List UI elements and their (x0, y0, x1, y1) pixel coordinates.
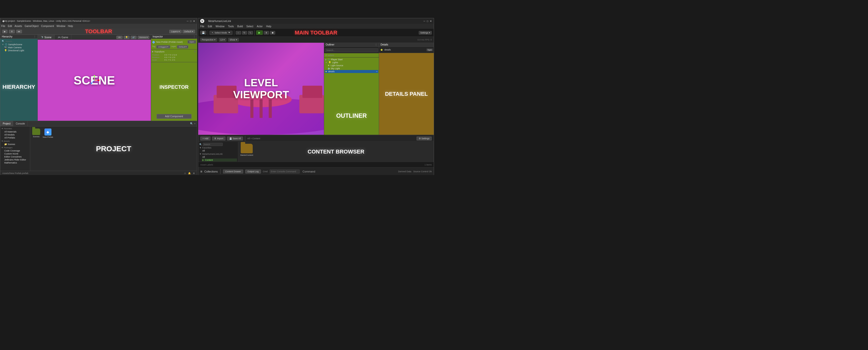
pkg-custom-nunit[interactable]: Custom NUnit (4, 152, 29, 155)
hierarchy-camera-item[interactable]: 📷 Main Camera (4, 46, 36, 49)
scenes-folder[interactable]: Scenes (32, 128, 40, 138)
cmd-input[interactable] (270, 170, 300, 174)
minimize-btn[interactable]: ─ (187, 20, 189, 23)
all-materials-item[interactable]: All Materials (4, 130, 29, 133)
pkg-rider[interactable]: JetBrains Rider Editor (4, 158, 29, 161)
select-mode-btn[interactable]: ↖ Select Mode (210, 31, 232, 35)
outliner-tab[interactable]: Outliner (326, 43, 334, 46)
perspective-btn[interactable]: Perspective ▾ (200, 38, 217, 41)
scene-light-btn[interactable]: 💡 (124, 36, 130, 39)
cb-search-input[interactable] (203, 143, 223, 146)
close-btn[interactable]: ✕ (193, 20, 195, 23)
select-mode-icon: ↖ (212, 31, 214, 34)
all-models-item[interactable]: All Models (4, 133, 29, 136)
all-prefabs-item[interactable]: All Prefabs (4, 136, 29, 139)
project-toolbar-search[interactable]: 🔍 (190, 122, 193, 125)
level-viewport[interactable]: LEVEL VIEWPORT (198, 43, 324, 135)
scene-audio-btn[interactable]: 🔊 (131, 36, 136, 39)
cb-settings-btn[interactable]: ⚙ Settings (416, 137, 432, 141)
menu-window[interactable]: Window (56, 25, 65, 28)
menu-edit[interactable]: Edit (8, 25, 12, 28)
scene-tab[interactable]: 🔭 Scene (38, 35, 55, 40)
open-btn[interactable]: Open (188, 40, 196, 43)
cb-save-all-btn[interactable]: 💾 Save All (227, 137, 243, 141)
outliner-item-staticmesh[interactable]: ▶ ⬡ Player Start (324, 58, 378, 61)
save-btn[interactable]: 💾 (200, 31, 206, 34)
pkg-math[interactable]: Mathematics (4, 161, 29, 164)
starter-content-folder[interactable]: StarterContent (240, 144, 253, 156)
content-drawer-btn[interactable]: Content Drawer (223, 170, 243, 174)
layers-button[interactable]: Layers ▾ (169, 30, 182, 33)
outliner-item-lights[interactable]: ▼ 💡 Lights (324, 61, 378, 64)
ue-minimize-btn[interactable]: ─ (424, 20, 425, 23)
ue-maximize-btn[interactable]: □ (427, 20, 428, 23)
outliner-search-input[interactable] (325, 48, 378, 52)
lit-btn[interactable]: Lit ▾ (219, 38, 226, 41)
stop-btn[interactable]: ⏹ (270, 31, 275, 34)
layer-btn[interactable]: Default ▾ (177, 45, 189, 49)
hierarchy-scene-item[interactable]: ▼ ⬡ SampleScene (1, 43, 36, 46)
pkg-code-coverage[interactable]: Code Coverage (4, 149, 29, 152)
hierarchy-light-item[interactable]: 💡 Directional Light (4, 49, 36, 52)
ue-menu-select[interactable]: Select (246, 25, 253, 28)
outliner-item-details[interactable]: ★ details ✏ (324, 70, 378, 73)
collections-bar: ≡ Collections Content Drawer Output Log … (198, 167, 434, 175)
cb-meta-all[interactable]: All (202, 155, 237, 158)
step-button[interactable]: ⏭ (16, 30, 22, 33)
layout-button[interactable]: Default ▾ (183, 30, 195, 33)
ue-menu-file[interactable]: File (200, 25, 204, 28)
translate-btn[interactable]: ↔ (236, 31, 241, 34)
cb-add-btn[interactable]: + Add (200, 137, 211, 141)
game-tab[interactable]: 🎮 Game (55, 35, 71, 40)
scene-gizmos-btn[interactable]: Gizmos ▾ (137, 36, 149, 39)
cb-favorites-all[interactable]: All (202, 149, 237, 152)
new-prefab-icon[interactable]: ◆ New Prefab (43, 128, 53, 138)
scenes-item[interactable]: 📁 Scenes (4, 143, 29, 146)
pause-button[interactable]: ⏸ (9, 30, 15, 33)
menu-assets[interactable]: Assets (14, 25, 22, 28)
cb-import-btn[interactable]: ⬆ Import (212, 137, 225, 141)
scale-btn[interactable]: ⤡ (248, 31, 253, 34)
outliner-item-lightsource[interactable]: ☀ Light Source (327, 64, 378, 67)
ue-menu-help[interactable]: Help (266, 25, 272, 28)
hierarchy-tab[interactable]: Hierarchy (2, 35, 12, 38)
show-btn[interactable]: Show ▾ (228, 38, 239, 41)
project-tab[interactable]: Project (0, 121, 13, 126)
inspector-tab[interactable]: Inspector (153, 35, 163, 38)
menu-gameobject[interactable]: GameObject (25, 25, 38, 28)
scene-2d-btn[interactable]: 2D (116, 36, 122, 39)
pkg-editor-coroutines[interactable]: Editor Coroutines (4, 155, 29, 158)
console-tab[interactable]: Console (13, 121, 28, 126)
hierarchy-menu-btn[interactable]: ⋮ (33, 35, 36, 38)
ue-menu-actor[interactable]: Actor (257, 25, 262, 28)
cb-meta-content[interactable]: ▶ Content (202, 158, 237, 162)
inspector-menu-btn[interactable]: ⋮ (193, 35, 195, 38)
ue-menu-window[interactable]: Window (216, 25, 224, 28)
menu-file[interactable]: File (1, 25, 5, 28)
add-component-btn[interactable]: Add Component (157, 114, 192, 119)
ue-menu-edit[interactable]: Edit (208, 25, 212, 28)
menu-component[interactable]: Component (41, 25, 54, 28)
tag-btn[interactable]: Untagged ▾ (156, 45, 170, 49)
project-toolbar-plus[interactable]: + (194, 122, 195, 125)
viewport-stats: 0.0 ms FPS: 0 (417, 38, 432, 41)
pause-btn[interactable]: ⏸ (264, 31, 269, 34)
rotate-btn[interactable]: ↻ (242, 31, 247, 34)
outliner-menu-btn[interactable]: ⋮ (375, 43, 377, 46)
ue-menu-tools[interactable]: Tools (228, 25, 234, 28)
unity-title: My project - SampleScene - Windows, Mac,… (4, 20, 90, 22)
cb-item-count: 1 items (425, 164, 432, 166)
svg-rect-9 (259, 99, 262, 118)
ue-close-btn[interactable]: ✕ (430, 20, 432, 23)
maximize-btn[interactable]: □ (190, 20, 191, 23)
scene-viewport[interactable]: SCENE (38, 40, 151, 121)
ue-settings-btn[interactable]: Settings ▾ (419, 31, 432, 34)
outliner-item-skylight[interactable]: ◑ Sky Light (327, 67, 378, 70)
play-btn[interactable]: ▶ (256, 30, 263, 35)
output-log-btn[interactable]: Output Log (245, 170, 261, 174)
transform-settings-btn[interactable]: ⚙ (194, 50, 196, 53)
details-tab[interactable]: Details (380, 43, 388, 46)
ue-menu-build[interactable]: Build (237, 25, 243, 28)
menu-help[interactable]: Help (68, 25, 73, 28)
play-button[interactable]: ▶ (2, 30, 7, 33)
